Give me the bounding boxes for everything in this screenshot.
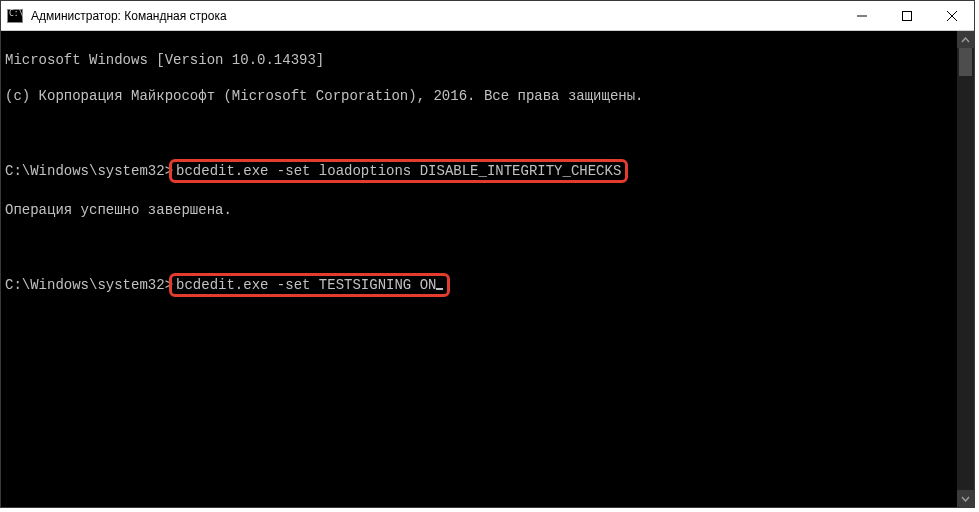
command-1: bcdedit.exe -set loadoptions DISABLE_INT… <box>176 163 621 179</box>
console-result-1: Операция успешно завершена. <box>5 201 970 219</box>
highlight-box-2: bcdedit.exe -set TESTSIGNING ON <box>169 273 450 297</box>
close-button[interactable] <box>929 1 974 30</box>
command-prompt-icon <box>7 9 23 23</box>
console-blank-line <box>5 123 970 141</box>
command-prompt-window: Администратор: Командная строка Microsof… <box>0 0 975 508</box>
maximize-button[interactable] <box>884 1 929 30</box>
text-cursor <box>436 288 443 290</box>
minimize-button[interactable] <box>839 1 884 30</box>
console-copyright-line: (c) Корпорация Майкрософт (Microsoft Cor… <box>5 87 970 105</box>
chevron-up-icon <box>961 37 970 43</box>
titlebar[interactable]: Администратор: Командная строка <box>1 1 974 31</box>
prompt-1: C:\Windows\system32> <box>5 163 173 179</box>
scroll-up-button[interactable] <box>957 31 974 48</box>
console-header-line: Microsoft Windows [Version 10.0.14393] <box>5 51 970 69</box>
scroll-track[interactable] <box>957 48 974 490</box>
chevron-down-icon <box>961 496 970 502</box>
console-blank-line-2 <box>5 237 970 255</box>
window-controls <box>839 1 974 30</box>
prompt-2: C:\Windows\system32> <box>5 277 173 293</box>
app-icon-wrap <box>1 1 29 31</box>
console-command-line-1: C:\Windows\system32>bcdedit.exe -set loa… <box>5 159 970 183</box>
minimize-icon <box>857 11 867 21</box>
scroll-thumb[interactable] <box>959 48 972 76</box>
scroll-down-button[interactable] <box>957 490 974 507</box>
maximize-icon <box>902 11 912 21</box>
highlight-box-1: bcdedit.exe -set loadoptions DISABLE_INT… <box>169 159 628 183</box>
vertical-scrollbar[interactable] <box>957 31 974 507</box>
window-title: Администратор: Командная строка <box>29 9 839 23</box>
close-icon <box>947 11 957 21</box>
console-output[interactable]: Microsoft Windows [Version 10.0.14393] (… <box>1 31 974 507</box>
svg-rect-1 <box>902 11 911 20</box>
command-2: bcdedit.exe -set TESTSIGNING ON <box>176 277 436 293</box>
console-command-line-2: C:\Windows\system32>bcdedit.exe -set TES… <box>5 273 970 297</box>
